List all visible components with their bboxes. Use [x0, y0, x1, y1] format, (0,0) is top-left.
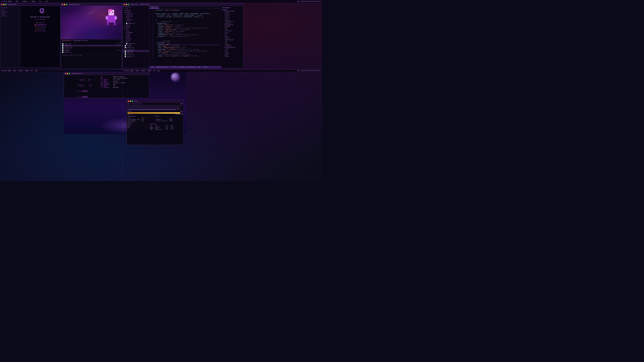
tree-style[interactable]: ▶ style: [122, 39, 149, 41]
sidebar-item-documents[interactable]: Documents: [1, 7, 20, 9]
code-maximize-btn[interactable]: [128, 4, 129, 5]
code-text-area[interactable]: 1 2 3 4 5 6 7 8 9 10 11 12 13 14 15 16 1: [150, 9, 221, 66]
tree-flake-nix[interactable]: 📄 flake.nix: [122, 50, 149, 52]
outline-spawnedit[interactable]: spawnEditor: [223, 45, 243, 47]
tree-root-dotfiles[interactable]: ▼ .dotfiles: [122, 6, 149, 8]
maximize-btn[interactable]: [5, 4, 6, 5]
tree-label-readme-profiles: README.org: [128, 23, 135, 24]
sysmon-minimize-btn[interactable]: [130, 100, 131, 102]
code-close-btn[interactable]: [124, 4, 125, 5]
tree-lang[interactable]: ▶ lang: [122, 33, 149, 35]
outline-fontpkg[interactable]: fontPkg: [223, 44, 243, 45]
outline-outputs[interactable]: outputs: [221, 9, 243, 10]
outline-term[interactable]: term: [223, 41, 243, 42]
qute-menu-newtab[interactable]: [t] [New tab]: [36, 28, 45, 29]
tree-git[interactable]: ▶ .git: [122, 8, 149, 9]
outline-browser[interactable]: browser: [223, 38, 243, 39]
fm-minimize-btn[interactable]: [64, 4, 65, 5]
outline-bootmountpath[interactable]: bootMountPath: [223, 21, 243, 23]
outline-locale[interactable]: locale: [223, 18, 243, 19]
outline-defaultroamdir[interactable]: defaultRoamDir: [223, 39, 243, 41]
proc-row-hyprland: 2529 Hyprland 0.35 0.48: [150, 126, 183, 128]
tree-readme-root[interactable]: 📄 README.org: [122, 46, 149, 48]
outline-pkgs-system[interactable]: system: [223, 56, 243, 57]
sysmon-close-btn[interactable]: [128, 100, 129, 102]
tree-license[interactable]: 📄 LICENSE: [122, 44, 149, 46]
tree-wm[interactable]: ▶ wm: [122, 41, 149, 43]
folder-icon: ▼: [123, 6, 124, 7]
sysmon-temp-section: Temperatures Device Temp(°) card0 (amdgp…: [128, 116, 155, 123]
outline-np-name[interactable]: name: [223, 50, 243, 51]
tree-desktop-png[interactable]: 🖼 desktop.png: [122, 48, 149, 50]
qute-menu-search[interactable]: [o] [Search]: [36, 22, 45, 23]
outline-nixpkgs-patched[interactable]: ▼ nixpkgs-patched: [223, 47, 243, 48]
sidebar-item-external[interactable]: External: [1, 15, 20, 17]
nf-minimize-btn[interactable]: [67, 73, 68, 74]
close-btn[interactable]: [1, 4, 2, 5]
tree-user[interactable]: ▼ user: [122, 28, 149, 30]
tree-system[interactable]: ▶ system: [122, 24, 149, 26]
file-row-flakenix[interactable]: 📄 flake.nix 2.26 K: [62, 45, 121, 46]
outline-font[interactable]: font: [223, 42, 243, 44]
outline-wm[interactable]: wm: [223, 35, 243, 36]
tree-readme-user[interactable]: 📄 README.org: [122, 43, 149, 44]
tree-work[interactable]: ▶ work: [122, 17, 149, 19]
outline-usersettings[interactable]: ▼ userSettings: [223, 24, 243, 26]
file-row-installsh[interactable]: 📄 install.sh: [62, 48, 121, 50]
sidebar-item-themes[interactable]: Themes: [1, 13, 20, 15]
code-content[interactable]: description = "Flake of LibrePhoenix" ; …: [154, 9, 221, 66]
outline-editor[interactable]: editor: [223, 32, 243, 33]
tree-shell[interactable]: ▶ shell: [122, 37, 149, 39]
tree-homelab[interactable]: ▶ home.lab: [122, 13, 149, 15]
tree-readme-profiles[interactable]: 📄 README.org: [122, 22, 149, 24]
tree-wsl[interactable]: ▶ wsl: [122, 21, 149, 22]
outline-system[interactable]: system: [223, 12, 243, 13]
qute-menu-history[interactable]: [S h] [History]: [34, 26, 46, 27]
file-row-flakelock[interactable]: 📄 flake.lock 27.5 K: [62, 43, 121, 45]
fm-close-btn[interactable]: [62, 4, 63, 5]
outline-grubdevice[interactable]: grubDevice: [223, 23, 243, 24]
outline-theme[interactable]: theme: [223, 33, 243, 35]
tree-profiles[interactable]: ▼ profiles: [122, 11, 149, 13]
qute-menu-quickmarks[interactable]: [b] [Quickmarks]: [34, 24, 46, 25]
fm-maximize-btn[interactable]: [66, 4, 67, 5]
tree-app[interactable]: ▶ app: [122, 30, 149, 32]
tree-pkgs[interactable]: ▶ pkgs: [122, 35, 149, 37]
outline-dotfilesdir[interactable]: dotfilesDir: [223, 30, 243, 32]
nf-maximize-btn[interactable]: [69, 73, 70, 74]
outline-np-system[interactable]: system: [223, 48, 243, 50]
tree-hardware[interactable]: ▶ hardware: [122, 32, 149, 33]
tree-worklab[interactable]: ▶ worklab: [122, 19, 149, 21]
outline-wmtype[interactable]: wmType: [223, 36, 243, 38]
outline-systemsettings[interactable]: ▼ systemSettings: [223, 10, 243, 12]
outline-np-patches[interactable]: patches: [223, 53, 243, 54]
tree-personal[interactable]: ▶ personal: [122, 15, 149, 17]
tree-install-sh[interactable]: 📄 install.sh: [122, 56, 149, 57]
svg-rect-10: [110, 9, 111, 10]
tree-patches[interactable]: ▶ patches: [122, 9, 149, 11]
file-row-license[interactable]: 📄 LICENSE 34.2 K: [62, 50, 121, 51]
outline-pkgs[interactable]: ▼ pkgs: [223, 54, 243, 56]
tree-harden-sh[interactable]: 📄 harden.sh: [122, 52, 149, 54]
sysmon-maximize-btn[interactable]: [132, 100, 133, 102]
tab-flakenix[interactable]: flake.nix: [150, 6, 159, 9]
qute-menu-closetab[interactable]: [x] [Close tab]: [34, 30, 46, 31]
tree-themes[interactable]: ▶ themes: [122, 26, 149, 28]
outline-description[interactable]: description: [221, 7, 243, 8]
nf-close-btn[interactable]: [65, 73, 66, 74]
file-row-installorg[interactable]: 📄 install.org: [62, 46, 121, 48]
outline-bootmode[interactable]: bootMode: [223, 19, 243, 21]
outline-name[interactable]: name: [223, 27, 243, 29]
file-row-readmeorg[interactable]: 📄 README.org: [62, 51, 121, 53]
minimize-btn[interactable]: [3, 4, 4, 5]
tree-install-org[interactable]: 📄 install.org: [122, 54, 149, 56]
outline-profile[interactable]: profile: [223, 15, 243, 16]
sidebar-item-downloads[interactable]: Downloads: [1, 11, 20, 13]
outline-hostname[interactable]: hostname: [223, 13, 243, 15]
outline-email[interactable]: email: [223, 29, 243, 30]
outline-timezone[interactable]: timezone: [223, 16, 243, 18]
outline-username[interactable]: username: [223, 26, 243, 27]
outline-np-editor[interactable]: editor: [223, 51, 243, 53]
sidebar-item-music[interactable]: Music: [1, 9, 20, 11]
code-minimize-btn[interactable]: [126, 4, 127, 5]
